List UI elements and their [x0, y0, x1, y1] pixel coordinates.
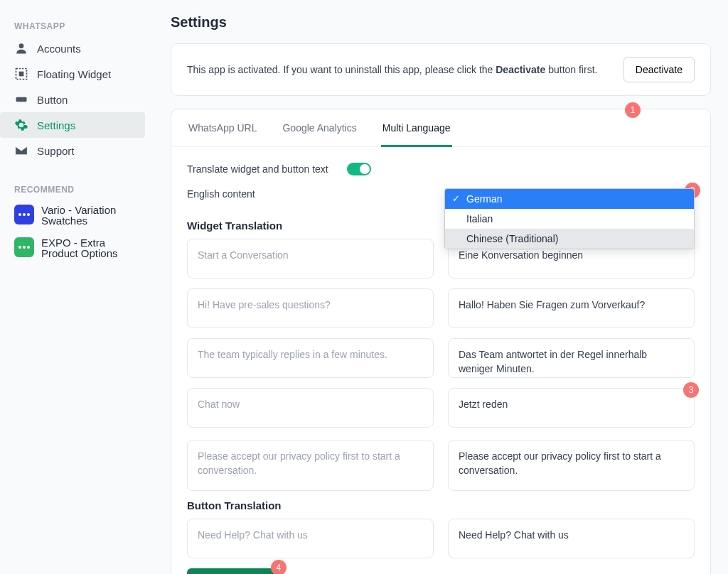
- gear-icon: [14, 118, 28, 132]
- src-start-conversation: [187, 239, 434, 278]
- sidebar-section-whatsapp: WHATSAPP: [0, 17, 145, 36]
- sidebar-item-button[interactable]: Button: [0, 87, 145, 112]
- dropdown-option-chinese-traditional[interactable]: Chinese (Traditional): [445, 229, 694, 249]
- translate-toggle-row: Translate widget and button text: [187, 163, 695, 175]
- dropdown-option-italian[interactable]: Italian: [445, 209, 694, 229]
- translate-toggle[interactable]: [347, 163, 371, 175]
- person-icon: [14, 41, 28, 55]
- expo-icon: [14, 237, 34, 257]
- save-button[interactable]: Save Changes: [187, 568, 278, 574]
- english-content-label: English content: [187, 188, 333, 200]
- deactivate-button[interactable]: Deactivate: [623, 57, 695, 82]
- sidebar-item-settings[interactable]: Settings: [0, 112, 145, 138]
- widget-icon: [14, 67, 28, 81]
- sidebar-rec-expo[interactable]: EXPO - Extra Product Options: [0, 232, 145, 264]
- tabs: WhatsApp URL Google Analytics Multi Lang…: [171, 109, 710, 147]
- dropdown-option-german[interactable]: German: [445, 189, 694, 209]
- tgt-presales[interactable]: [448, 288, 695, 328]
- sidebar-item-accounts[interactable]: Accounts: [0, 36, 145, 61]
- sidebar-rec-label: Vario - Variation Swatches: [41, 205, 134, 226]
- main-content: Settings This app is activated. If you w…: [149, 0, 728, 574]
- step-badge-4: 4: [271, 560, 287, 574]
- step-badge-3: 3: [683, 382, 699, 398]
- svg-rect-2: [19, 72, 24, 77]
- sidebar-item-label: Floating Widget: [37, 69, 111, 80]
- tgt-privacy[interactable]: [448, 440, 695, 491]
- language-dropdown: German Italian Chinese (Traditional): [444, 188, 695, 249]
- sidebar-item-floating-widget[interactable]: Floating Widget: [0, 61, 145, 87]
- svg-rect-3: [16, 97, 27, 102]
- widget-translation-grid: 3: [187, 239, 695, 491]
- src-reply-time: [187, 338, 434, 378]
- sidebar: WHATSAPP Accounts Floating Widget Button…: [0, 0, 149, 574]
- tab-google-analytics[interactable]: Google Analytics: [281, 109, 358, 147]
- sidebar-item-support[interactable]: Support: [0, 138, 145, 163]
- tgt-reply-time[interactable]: [448, 338, 695, 378]
- src-chat-now: [187, 388, 434, 428]
- settings-card: WhatsApp URL Google Analytics Multi Lang…: [171, 109, 711, 574]
- tab-whatsapp-url[interactable]: WhatsApp URL: [187, 109, 258, 147]
- tab-multi-language[interactable]: Multi Language: [381, 109, 452, 147]
- src-need-help: [187, 519, 434, 558]
- tgt-need-help[interactable]: [448, 519, 695, 558]
- sidebar-rec-vario[interactable]: Vario - Variation Swatches: [0, 199, 145, 232]
- src-presales: [187, 288, 434, 328]
- sidebar-section-recommend: RECOMMEND: [0, 180, 145, 199]
- envelope-icon: [14, 144, 28, 158]
- sidebar-item-label: Accounts: [37, 43, 81, 54]
- sidebar-item-label: Button: [37, 94, 68, 105]
- step-badge-1: 1: [625, 102, 641, 118]
- sidebar-item-label: Support: [37, 146, 75, 156]
- activation-text: This app is activated. If you want to un…: [187, 64, 597, 75]
- tgt-chat-now[interactable]: [448, 388, 695, 428]
- svg-point-0: [19, 43, 24, 48]
- sidebar-rec-label: EXPO - Extra Product Options: [41, 237, 134, 259]
- vario-icon: [14, 205, 34, 224]
- button-icon: [14, 92, 28, 107]
- sidebar-item-label: Settings: [37, 120, 75, 131]
- button-translation-grid: [187, 519, 695, 558]
- activation-card: This app is activated. If you want to un…: [171, 43, 711, 96]
- translate-label: Translate widget and button text: [187, 163, 333, 175]
- page-title: Settings: [171, 14, 711, 31]
- button-translation-heading: Button Translation: [187, 499, 695, 511]
- src-privacy: [187, 440, 434, 491]
- tab-content: Translate widget and button text English…: [171, 147, 710, 574]
